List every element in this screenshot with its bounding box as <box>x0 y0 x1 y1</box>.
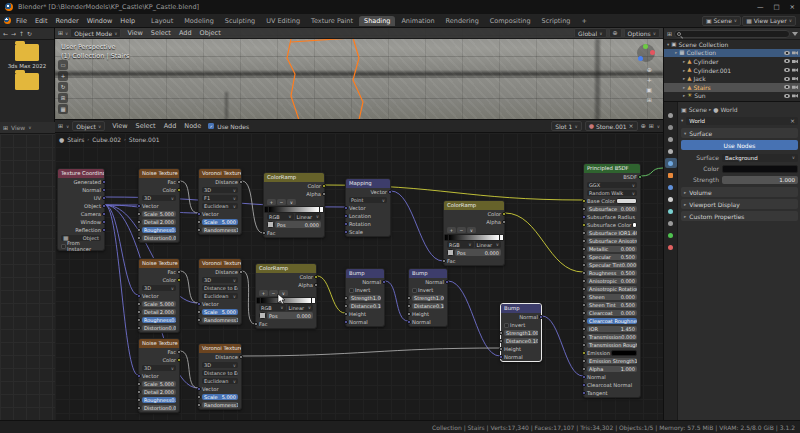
color-swatch[interactable] <box>611 350 637 357</box>
output-socket[interactable] <box>322 184 326 188</box>
node-row-out[interactable]: Color <box>444 210 504 218</box>
input-socket[interactable] <box>582 367 586 371</box>
value-slider[interactable]: Scale5.000 <box>202 219 238 226</box>
node-row-out[interactable]: Object <box>58 202 104 210</box>
input-socket[interactable] <box>197 302 201 306</box>
node-row-out[interactable]: Window <box>58 218 104 226</box>
node-title[interactable]: Noise Texture <box>139 259 179 268</box>
viewport-menu-add[interactable]: Add <box>175 29 196 37</box>
node-colorramp[interactable]: ColorRampColorAlpha+−∨RGB∨Linear∨Pos0.00… <box>263 172 325 238</box>
node-row-out[interactable]: Color <box>256 273 316 281</box>
node-bump[interactable]: BumpNormalInvertStrength1.000Distance0.1… <box>408 268 448 327</box>
output-socket[interactable] <box>177 270 181 274</box>
input-socket[interactable] <box>499 355 503 359</box>
dropdown[interactable]: Distance to Edge∨ <box>202 285 238 292</box>
node-row-out[interactable]: Normal <box>409 278 447 286</box>
input-socket[interactable] <box>582 391 586 395</box>
fwd-icon[interactable]: → <box>11 31 16 37</box>
input-socket[interactable] <box>137 204 141 208</box>
input-socket[interactable] <box>137 390 141 394</box>
input-socket[interactable] <box>137 236 141 240</box>
input-socket[interactable] <box>582 343 586 347</box>
value-slider[interactable]: Roughness0.500 <box>142 317 176 324</box>
input-socket[interactable] <box>582 303 586 307</box>
node-row-check[interactable]: Invert <box>409 286 447 294</box>
unlink-icon[interactable]: × <box>629 123 634 129</box>
node-noise-texture[interactable]: Noise TextureFacColor3D∨VectorScale5.000… <box>138 258 180 333</box>
input-socket[interactable] <box>137 326 141 330</box>
editor-type-icon[interactable]: ⊞ <box>3 125 8 131</box>
input-socket[interactable] <box>499 347 503 351</box>
input-socket[interactable] <box>499 331 503 335</box>
chevron-right-icon[interactable]: ▸ <box>683 68 685 73</box>
value-slider[interactable]: Clearcoat Roughness0.030 <box>587 318 637 325</box>
viewport-menu-object[interactable]: Object <box>196 29 225 37</box>
axis-x-dot[interactable] <box>650 50 655 55</box>
node-row-val[interactable]: Distance0.100 <box>409 302 447 310</box>
stop-color-swatch[interactable] <box>447 249 454 256</box>
surface-shader-select[interactable]: Background ∨ <box>722 154 798 162</box>
axis-z-dot[interactable] <box>643 44 648 49</box>
value-slider[interactable]: Subsurface IOR1.400 <box>587 230 637 237</box>
node-row-val[interactable]: Anisotropic Rotation0.000 <box>584 285 640 293</box>
shader-menu-add[interactable]: Add <box>160 122 181 130</box>
node-colorramp[interactable]: ColorRampColorAlpha+−∨RGB∨Linear∨Pos0.00… <box>443 200 505 266</box>
node-row-out[interactable]: Normal <box>58 186 104 194</box>
output-socket[interactable] <box>502 212 506 216</box>
node-row-out[interactable]: Vector <box>346 188 390 196</box>
input-socket[interactable] <box>344 296 348 300</box>
dropdown[interactable]: 3D∨ <box>202 362 238 369</box>
menu-edit[interactable]: Edit <box>31 17 52 25</box>
properties-tab-view-layer[interactable] <box>665 134 677 144</box>
node-title[interactable]: ColorRamp <box>256 264 316 273</box>
dropdown[interactable]: Euclidean∨ <box>202 293 238 300</box>
stop-color-swatch[interactable] <box>267 221 274 228</box>
value-slider[interactable]: Distortion0.000 <box>142 235 176 242</box>
node-title[interactable]: Mapping <box>346 179 390 188</box>
node-row-val[interactable]: Randomness1.000 <box>199 316 241 324</box>
dropdown[interactable]: Euclidean∨ <box>202 203 238 210</box>
value-slider[interactable]: Distance0.100 <box>412 303 444 310</box>
node-principled-bsdf[interactable]: Principled BSDFBSDFGGX∨Random Walk∨Base … <box>583 163 641 398</box>
dropdown[interactable]: 3D∨ <box>202 187 238 194</box>
folder-icon[interactable] <box>15 44 39 61</box>
axis-y-dot[interactable] <box>638 56 643 61</box>
node-row-check[interactable]: From Instancer <box>58 242 104 250</box>
value-slider[interactable]: Roughness0.500 <box>142 227 176 234</box>
value-slider[interactable]: Alpha1.000 <box>587 366 637 373</box>
input-socket[interactable] <box>137 382 141 386</box>
node-row-posval[interactable]: Pos0.000 <box>264 221 324 229</box>
properties-tab-physics[interactable] <box>665 206 677 216</box>
node-row-val[interactable]: Subsurface Anisotropy0.000 <box>584 237 640 245</box>
node-mapping[interactable]: MappingVectorPoint∨VectorLocationRotatio… <box>345 178 391 237</box>
input-socket[interactable] <box>442 259 446 263</box>
output-socket[interactable] <box>102 212 106 216</box>
zoom-icon[interactable]: ⊕ <box>646 66 652 73</box>
node-row-in[interactable]: Vector <box>199 300 241 308</box>
workspace-tab-compositing[interactable]: Compositing <box>485 16 536 26</box>
workspace-tab-texture-paint[interactable]: Texture Paint <box>306 16 358 26</box>
node-row-check[interactable]: Invert <box>346 286 384 294</box>
workspace-tab-modeling[interactable]: Modeling <box>179 16 219 26</box>
node-row-drop[interactable]: Random Walk∨ <box>584 189 640 197</box>
node-row-out[interactable]: Distance <box>199 268 241 276</box>
node-row-val[interactable]: Strength1.000 <box>501 329 541 337</box>
back-icon[interactable]: ← <box>3 31 8 37</box>
node-row-drop[interactable]: Euclidean∨ <box>199 292 241 300</box>
node-title[interactable]: Principled BSDF <box>584 164 640 173</box>
node-row-val[interactable]: Distortion0.000 <box>139 324 179 332</box>
node-title[interactable]: Bump <box>346 269 384 278</box>
input-socket[interactable] <box>582 383 586 387</box>
surface-panel-header[interactable]: ▾ Surface <box>681 128 798 138</box>
dropdown[interactable]: 3D∨ <box>202 277 238 284</box>
dropdown[interactable]: 3D∨ <box>142 365 176 372</box>
input-socket[interactable] <box>197 220 201 224</box>
value-slider[interactable]: Scale5.000 <box>142 381 176 388</box>
maximize-button[interactable]: □ <box>773 3 779 11</box>
node-row-posval[interactable]: Pos0.000 <box>256 312 316 320</box>
value-slider[interactable]: Scale5.000 <box>202 394 238 401</box>
input-socket[interactable] <box>582 335 586 339</box>
value-slider[interactable]: Roughness0.500 <box>587 270 637 277</box>
shader-menu-node[interactable]: Node <box>180 122 205 130</box>
chevron-down-icon[interactable]: ▾ <box>667 42 669 47</box>
